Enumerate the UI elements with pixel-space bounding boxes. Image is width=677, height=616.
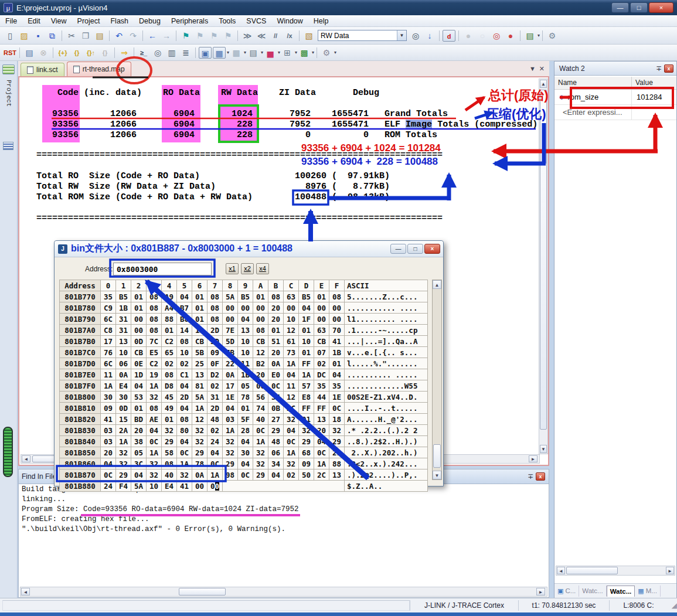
hex-ascii-cell[interactable]: .............W55 (345, 380, 428, 392)
hex-byte-cell[interactable]: 10 (238, 336, 253, 347)
hex-byte-cell[interactable]: 7B (223, 347, 238, 358)
hex-byte-cell[interactable]: 02 (314, 358, 329, 369)
hex-ascii-cell[interactable]: ..8.).2$2..H.).) (345, 436, 428, 447)
hex-byte-cell[interactable]: 1E (223, 392, 238, 403)
hex-row-801B770[interactable]: 801B77035B50108A90401085AB5010863B501085… (60, 291, 428, 302)
hex-byte-cell[interactable]: E4 (162, 481, 177, 492)
hex-byte-cell[interactable]: 11 (101, 369, 116, 380)
hex-byte-cell[interactable]: 14 (177, 325, 192, 336)
hex-byte-cell[interactable]: 01 (314, 291, 329, 302)
hex-dump-table[interactable]: Address0123456789ABCDEFASCII801B77035B50… (59, 280, 428, 492)
hex-byte-cell[interactable]: 04 (284, 425, 299, 436)
symbol-window-icon[interactable]: ▥ (165, 47, 178, 59)
hex-byte-cell[interactable]: 01 (238, 403, 253, 414)
hex-byte-cell[interactable]: 32 (284, 414, 299, 425)
hex-byte-cell[interactable]: 08 (162, 458, 177, 469)
hex-byte-cell[interactable]: 09 (101, 403, 116, 414)
hex-address-cell[interactable]: 801B7B0 (60, 336, 101, 347)
indent-icon[interactable]: ≫ (241, 30, 254, 42)
hex-byte-cell[interactable]: 1A (284, 447, 299, 458)
chevron-down-icon[interactable]: ▾ (278, 50, 280, 55)
hex-byte-cell[interactable]: 25 (192, 358, 207, 369)
hex-byte-cell[interactable]: F4 (116, 481, 131, 492)
redo-icon[interactable]: ↷ (127, 30, 140, 42)
hex-byte-cell[interactable]: 04 (284, 369, 299, 380)
hex-byte-cell[interactable]: 49 (162, 403, 177, 414)
uncomment-icon[interactable]: /x (283, 30, 296, 42)
reset-cpu-icon[interactable]: RST (4, 47, 16, 59)
hex-byte-cell[interactable]: 0A (223, 369, 238, 380)
hex-byte-cell[interactable]: 7C (147, 336, 162, 347)
watch-panel-header[interactable]: Watch 2 ∓ x (554, 62, 676, 76)
scroll-down-icon[interactable]: ▼ (540, 445, 547, 453)
hex-byte-cell[interactable]: D2 (207, 369, 223, 380)
hex-byte-cell[interactable]: 2A (116, 425, 131, 436)
hex-byte-cell[interactable]: 08 (147, 314, 162, 325)
maximize-button[interactable]: □ (407, 244, 423, 254)
hex-byte-cell[interactable]: 00 (314, 302, 329, 314)
menu-item-flash[interactable]: Flash (105, 16, 134, 26)
hex-byte-cell[interactable]: 02 (207, 380, 223, 392)
hex-byte-cell[interactable]: C8 (101, 325, 116, 336)
analysis-window-icon[interactable]: ▤ (247, 47, 260, 59)
hex-byte-cell[interactable]: 0F (207, 358, 223, 369)
hex-byte-cell[interactable]: 32 (147, 458, 162, 469)
hex-byte-cell[interactable]: 0C (238, 469, 253, 481)
hex-address-cell[interactable]: 801B810 (60, 403, 101, 414)
scroll-left-icon[interactable]: ◄ (21, 588, 30, 595)
menu-item-debug[interactable]: Debug (134, 16, 166, 26)
hex-byte-cell[interactable]: 32 (223, 447, 238, 458)
hex-byte-cell[interactable]: 32 (116, 458, 131, 469)
watch-column-headers[interactable]: Name Value (554, 77, 676, 90)
hex-address-cell[interactable]: 801B770 (60, 291, 101, 302)
hex-byte-cell[interactable]: C9 (101, 302, 116, 314)
hex-byte-cell[interactable]: 00 (253, 314, 268, 325)
hex-byte-cell[interactable]: 04 (101, 458, 116, 469)
hex-byte-cell[interactable]: 1A (207, 469, 223, 481)
chevron-down-icon[interactable]: ▾ (227, 50, 229, 55)
hex-byte-cell[interactable]: 32 (116, 447, 131, 458)
hex-byte-cell[interactable]: 63 (284, 291, 299, 302)
hex-byte-cell[interactable]: 00 (131, 314, 147, 325)
incremental-find-icon[interactable]: ↓ (423, 30, 436, 42)
watch-tab-3[interactable]: ▦M... (635, 586, 661, 597)
hex-byte-cell[interactable]: 08 (207, 314, 223, 325)
hex-byte-cell[interactable]: 01 (131, 403, 147, 414)
hex-byte-cell[interactable]: 32 (192, 425, 207, 436)
hex-byte-cell[interactable]: 5D (223, 336, 238, 347)
hex-ascii-cell[interactable]: ...|...=]..Qa..A (345, 336, 428, 347)
hex-byte-cell[interactable]: 57 (299, 380, 314, 392)
tab-link-sct[interactable]: link.sct (21, 63, 64, 76)
hex-byte-cell[interactable]: 01 (299, 325, 314, 336)
hex-byte-cell[interactable]: 41 (177, 481, 192, 492)
hex-byte-cell[interactable]: 1B (329, 347, 345, 358)
hex-byte-cell[interactable]: 12 (192, 414, 207, 425)
step-over-icon[interactable]: {} (70, 47, 83, 59)
hex-byte-cell[interactable]: 1D (131, 369, 147, 380)
hex-byte-cell[interactable]: 01 (329, 358, 345, 369)
chevron-down-icon[interactable]: ▾ (261, 50, 263, 55)
hex-byte-cell[interactable]: 5B (192, 347, 207, 358)
hex-byte-cell[interactable]: A9 (162, 291, 177, 302)
hex-byte-cell[interactable]: 29 (299, 436, 314, 447)
hex-byte-cell[interactable]: 0A (116, 369, 131, 380)
hex-byte-cell[interactable]: 1A (314, 458, 329, 469)
hex-byte-cell[interactable]: 1F (299, 314, 314, 325)
hex-byte-cell[interactable]: 5F (238, 414, 253, 425)
hex-byte-cell[interactable]: 78 (238, 392, 253, 403)
close-button[interactable]: × (649, 2, 673, 13)
disassembly-window-icon[interactable]: ◎ (151, 47, 164, 59)
hex-byte-cell[interactable]: 20 (268, 314, 284, 325)
hex-byte-cell[interactable]: 29 (192, 447, 207, 458)
hex-address-cell[interactable]: 801B880 (60, 481, 101, 492)
breakpoint-kill-all-icon[interactable]: ● (504, 30, 517, 42)
hex-byte-cell[interactable]: 2C (314, 469, 329, 481)
hex-byte-cell[interactable]: 04 (131, 380, 147, 392)
hex-byte-cell[interactable]: 08 (147, 302, 162, 314)
hex-byte-cell[interactable]: 29 (329, 447, 345, 458)
hex-byte-cell[interactable]: FF (299, 403, 314, 414)
hex-byte-cell[interactable]: 02 (177, 358, 192, 369)
hex-address-cell[interactable]: 801B780 (60, 302, 101, 314)
hex-byte-cell[interactable]: 0C (147, 436, 162, 447)
hex-byte-cell[interactable]: 76 (101, 347, 116, 358)
